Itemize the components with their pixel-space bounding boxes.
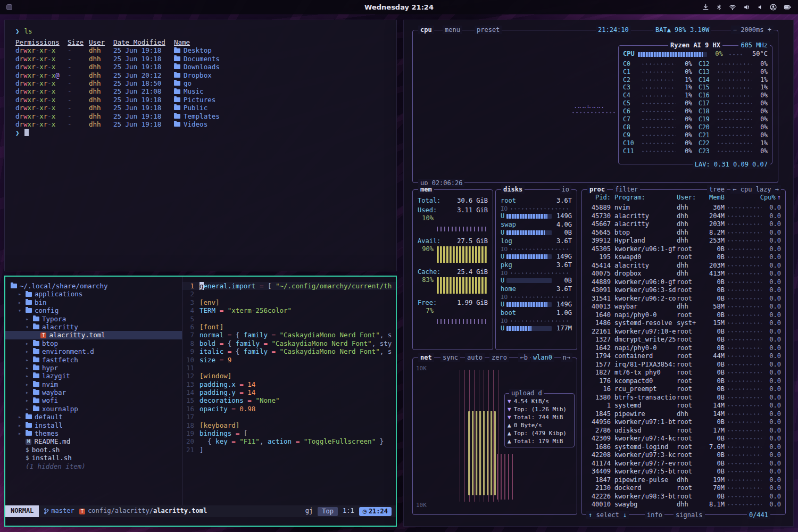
select-control[interactable]: ↑ select ↓ <box>586 511 629 519</box>
process-row[interactable]: 1systemdroot14M0.0 <box>586 402 781 410</box>
process-row[interactable]: 44889kworker/u96:0-gfroot0B0.0 <box>586 278 781 287</box>
process-row[interactable]: 45889nvimdhh36M0.0 <box>586 204 781 212</box>
tree-dir-default[interactable]: ▸default <box>5 413 182 421</box>
process-row[interactable]: 45305kworker/u96:1-gfroot0B0.0 <box>586 245 781 254</box>
workspace-indicator[interactable] <box>6 4 12 10</box>
editor-line[interactable]: 20 { key = "F11", action = "ToggleFullsc… <box>182 437 396 445</box>
process-row[interactable]: 2130dockerdroot70M0.0 <box>586 484 781 493</box>
menu-button[interactable]: menu <box>443 26 462 34</box>
process-row[interactable]: 2786udisksdroot17M0.0 <box>586 427 781 435</box>
net-auto-button[interactable]: auto <box>465 353 485 362</box>
process-row[interactable]: 1847pipewire-pulsedhh19M0.0 <box>586 476 781 485</box>
editor-line[interactable]: 3 [env] <box>182 298 396 306</box>
preset-button[interactable]: preset <box>475 26 502 34</box>
terminal-ls-window[interactable]: ❯ ls Permissions Size User Date Modified… <box>4 20 397 271</box>
tree-file-install.sh[interactable]: $install.sh <box>5 454 182 462</box>
tree-dir-environment.d[interactable]: ▸environment.d <box>5 347 182 355</box>
process-row[interactable]: 40010swaybgdhh8.1M0.0 <box>586 501 781 509</box>
process-row[interactable]: 1327dmcrypt_write/25root0B0.0 <box>586 336 781 344</box>
tree-dir-lazygit[interactable]: ▸lazygit <box>5 372 182 380</box>
btop-window[interactable]: cpu menu preset 21:24:10 BAT▲ 98% 3.10W … <box>403 20 794 527</box>
download-icon[interactable] <box>702 4 709 11</box>
net-prev-button[interactable]: ←b <box>518 353 530 362</box>
tree-dir-applications[interactable]: ▸applications <box>5 290 182 298</box>
tree-dir-bin[interactable]: ▸bin <box>5 298 182 306</box>
process-row[interactable]: 44956kworker/u97:1-btroot0B0.0 <box>586 418 781 427</box>
volume-low-icon[interactable] <box>757 4 763 11</box>
interval-plus-icon[interactable]: + <box>768 26 771 34</box>
tree-dir-Typora[interactable]: ▸Typora <box>5 315 182 323</box>
process-row[interactable]: 43091kworker/u96:3-sdroot0B0.0 <box>586 286 781 295</box>
user-circle-icon[interactable] <box>770 4 777 11</box>
process-row[interactable]: 1380btrfs-transactioroot0B0.0 <box>586 394 781 402</box>
tree-dir-fastfetch[interactable]: ▸fastfetch <box>5 356 182 364</box>
sort-mode-selector[interactable]: ← cpu lazy → <box>730 185 781 194</box>
wifi-icon[interactable] <box>729 4 736 11</box>
editor-line[interactable]: 9 italic = { family = "CaskaydiaMono Ner… <box>182 347 396 355</box>
editor-line[interactable]: 13 padding.x = 14 <box>182 380 396 388</box>
battery-icon[interactable] <box>784 4 792 11</box>
neovim-window[interactable]: ~/.local/share/omarchy ▸applications▸bin… <box>4 276 397 527</box>
editor-line[interactable]: 21 ] <box>182 446 396 454</box>
io-mode-button[interactable]: io <box>560 185 571 194</box>
editor-line[interactable]: 15 decorations = "None" <box>182 396 396 404</box>
editor-line[interactable]: 16 opacity = 0.98 <box>182 405 396 413</box>
net-zero-button[interactable]: zero <box>489 353 509 362</box>
process-row[interactable]: 195kswapd0root0B0.0 <box>586 253 781 262</box>
editor-line[interactable]: 14 padding.y = 14 <box>182 388 396 396</box>
tree-dir-config[interactable]: ▾config <box>5 306 182 314</box>
process-row[interactable]: 1686systemd-logindroot7.6M0.0 <box>586 443 781 452</box>
editor-line[interactable]: 1 general.import = [ "~/.config/omarchy/… <box>182 282 396 290</box>
tree-file-README.md[interactable]: MREADME.md <box>5 437 182 445</box>
process-row[interactable]: 40013waybardhh58M0.0 <box>586 303 781 311</box>
volume-icon[interactable] <box>743 4 750 11</box>
tree-dir-install[interactable]: ▸install <box>5 421 182 429</box>
tree-dir-themes[interactable]: ▸themes <box>5 429 182 437</box>
editor-line[interactable]: 4 TERM = "xterm-256color" <box>182 306 396 314</box>
process-row[interactable]: 1794containerdroot44M0.0 <box>586 352 781 361</box>
tree-dir-hypr[interactable]: ▸hypr <box>5 364 182 372</box>
process-row[interactable]: 1640napi/phy0-0root0B0.0 <box>586 311 781 320</box>
interval-minus-icon[interactable]: − <box>733 26 737 34</box>
process-row[interactable]: 45730alacrittydhh204M0.0 <box>586 212 781 221</box>
editor-line[interactable]: 7 normal = { family = "CaskaydiaMono Ner… <box>182 331 396 339</box>
process-row[interactable]: 45645btopdhh8.2M0.0 <box>586 229 781 237</box>
editor-line[interactable]: 6 [font] <box>182 323 396 331</box>
process-row[interactable]: 40075dropboxdhh413M0.0 <box>586 270 781 278</box>
editor-line[interactable]: 10 size = 9 <box>182 356 396 364</box>
info-button[interactable]: info <box>645 511 664 519</box>
process-row[interactable]: 1577irq/81-PIXA3854:root0B0.0 <box>586 361 781 369</box>
editor-line[interactable]: 11 <box>182 364 396 372</box>
process-row[interactable]: 1486systemd-resolvesyst+15M0.0 <box>586 319 781 328</box>
editor-line[interactable]: 2 <box>182 290 396 298</box>
bluetooth-icon[interactable] <box>716 4 722 11</box>
process-row[interactable]: 34409kworker/u97:5-btroot0B0.0 <box>586 468 781 476</box>
editor-line[interactable]: 19 bindings = [ <box>182 429 396 437</box>
editor-line[interactable]: 18 [keyboard] <box>182 421 396 429</box>
process-row[interactable]: 39912Hyprlanddhh253M0.0 <box>586 237 781 245</box>
disks-panel-title[interactable]: disks <box>501 185 525 194</box>
net-panel-title[interactable]: net <box>418 353 434 362</box>
proc-panel-title[interactable]: proc <box>587 185 607 194</box>
net-next-button[interactable]: n→ <box>561 353 572 362</box>
editor-line[interactable]: 17 <box>182 413 396 421</box>
process-row[interactable]: 31541kworker/u96:2-coroot0B0.0 <box>586 295 781 303</box>
editor-line[interactable]: 12 [window] <box>182 372 396 380</box>
editor-line[interactable]: 5 <box>182 315 396 323</box>
update-interval[interactable]: − 2000ms + <box>731 26 774 34</box>
cpu-panel-title[interactable]: cpu <box>418 26 434 34</box>
filter-button[interactable]: filter <box>613 185 640 194</box>
process-row[interactable]: 22161kworker/u97:10-eroot0B0.0 <box>586 328 781 336</box>
process-row[interactable]: 1845pipewiredhh14M0.0 <box>586 410 781 419</box>
editor-line[interactable]: 8 bold = { family = "CaskaydiaMono Nerd … <box>182 339 396 347</box>
process-row[interactable]: 1642napi/phy0-0root0B0.0 <box>586 344 781 353</box>
process-row[interactable]: 45667alacrittydhh203M0.0 <box>586 220 781 229</box>
process-row[interactable]: 41174kworker/u97:7-evroot0B0.0 <box>586 460 781 468</box>
tree-dir-nvim[interactable]: ▸nvim <box>5 380 182 388</box>
process-row[interactable]: 45414alacrittydhh203M0.0 <box>586 262 781 270</box>
process-row[interactable]: 42309kworker/u97:4-kcroot0B0.0 <box>586 435 781 443</box>
sort-next-icon[interactable]: → <box>775 186 779 193</box>
tree-dir-xournalpp[interactable]: ▸xournalpp <box>5 405 182 413</box>
tree-file-alacritty.toml[interactable]: Talacritty.toml <box>5 331 182 339</box>
sort-prev-icon[interactable]: ← <box>733 186 736 193</box>
